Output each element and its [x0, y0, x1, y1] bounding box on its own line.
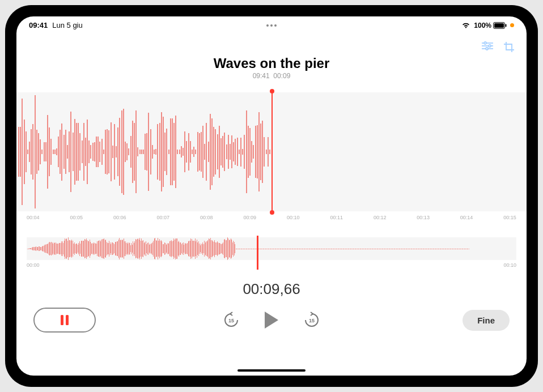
overview-end-label: 00:10 [503, 262, 516, 268]
tick-label: 00:11 [330, 215, 343, 220]
status-date: Lun 5 giu [52, 21, 83, 29]
settings-sliders-icon[interactable] [481, 41, 494, 51]
status-left: 09:41 Lun 5 giu [29, 21, 83, 29]
svg-rect-1 [494, 23, 504, 28]
tick-label: 00:04 [27, 215, 40, 220]
svg-text:15: 15 [228, 318, 234, 323]
recording-title[interactable]: Waves on the pier [16, 56, 527, 71]
svg-rect-10 [66, 315, 69, 325]
svg-rect-2 [506, 24, 507, 27]
tick-label: 00:13 [417, 215, 430, 220]
status-bar: 09:41 Lun 5 giu 100% [16, 16, 527, 32]
battery-percent: 100% [474, 22, 491, 29]
skip-back-button[interactable]: 15 [222, 311, 240, 329]
waveform-overview[interactable]: 00:00 00:10 [27, 237, 516, 268]
multitask-dots-icon[interactable] [266, 24, 277, 27]
pause-record-button[interactable] [33, 308, 96, 333]
tick-label: 00:15 [503, 215, 516, 220]
svg-point-8 [486, 48, 488, 50]
current-time-display: 00:09,66 [16, 280, 527, 298]
tick-label: 00:14 [460, 215, 473, 220]
playhead-icon[interactable] [272, 91, 273, 213]
wifi-icon [461, 22, 470, 29]
status-right: 100% [461, 22, 514, 29]
tick-label: 00:07 [156, 215, 169, 220]
overview-playhead-icon[interactable] [257, 236, 258, 270]
tick-label: 00:12 [374, 215, 387, 220]
done-button[interactable]: Fine [463, 310, 510, 331]
svg-text:15: 15 [309, 318, 315, 323]
play-icon [263, 310, 280, 330]
overview-start-label: 00:00 [27, 262, 40, 268]
svg-point-7 [489, 45, 491, 47]
tick-label: 00:10 [287, 215, 300, 220]
ipad-frame: 09:41 Lun 5 giu 100% Waves on the pier [5, 5, 538, 387]
tick-label: 00:09 [243, 215, 256, 220]
crop-trim-icon[interactable] [503, 41, 515, 53]
tick-label: 00:05 [70, 215, 83, 220]
playback-controls: 15 15 Fine [16, 310, 527, 330]
skip-back-icon: 15 [222, 311, 240, 329]
status-time: 09:41 [29, 21, 48, 29]
mic-indicator-icon [510, 23, 514, 27]
tick-label: 00:06 [113, 215, 126, 220]
play-button[interactable] [263, 310, 280, 330]
battery-icon [493, 22, 507, 29]
tick-label: 00:08 [200, 215, 213, 220]
home-indicator-icon[interactable] [237, 369, 306, 372]
waveform-main[interactable] [16, 92, 527, 211]
svg-rect-9 [61, 315, 63, 325]
skip-forward-button[interactable]: 15 [303, 311, 321, 329]
svg-point-6 [484, 42, 486, 44]
recording-meta: 09:41 00:09 [16, 72, 527, 80]
pause-icon [60, 314, 70, 326]
toolbar [16, 32, 527, 53]
screen: 09:41 Lun 5 giu 100% Waves on the pier [16, 16, 527, 376]
skip-forward-icon: 15 [303, 311, 321, 329]
